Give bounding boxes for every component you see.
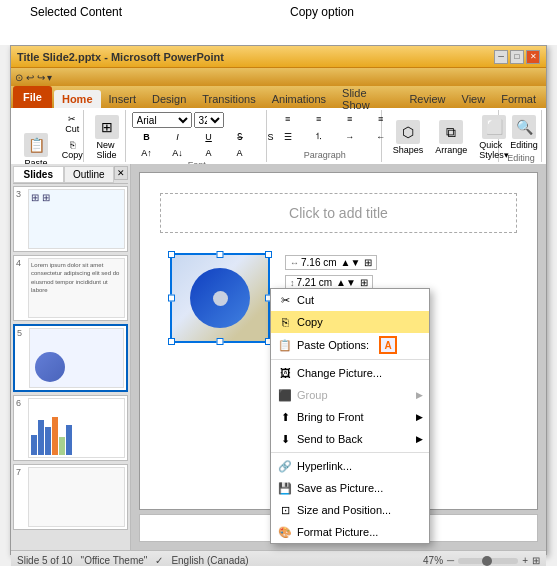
send-back-icon: ⬇ <box>277 431 293 447</box>
slide-preview-7 <box>28 467 125 527</box>
tab-insert[interactable]: Insert <box>101 90 145 108</box>
font-size-down-button[interactable]: A↓ <box>163 146 193 160</box>
ctx-send-to-back[interactable]: ⬇ Send to Back ▶ <box>271 428 429 450</box>
zoom-slider[interactable] <box>458 558 518 564</box>
handle-bottom-left[interactable] <box>168 338 175 345</box>
slide-thumbnail-6[interactable]: 6 <box>13 395 128 461</box>
selected-object[interactable] <box>170 253 270 343</box>
ctx-hyperlink-label: Hyperlink... <box>297 460 352 472</box>
panel-close-button[interactable]: ✕ <box>114 166 128 180</box>
size-position-icon: ⊡ <box>277 502 293 518</box>
clear-format-button[interactable]: A <box>194 146 224 160</box>
zoom-minus-button[interactable]: ─ <box>447 555 454 566</box>
ctx-format-picture[interactable]: 🎨 Format Picture... <box>271 521 429 543</box>
arrange-icon: ⧉ <box>439 120 463 144</box>
cut-button[interactable]: ✂ Cut <box>55 112 90 136</box>
minimize-button[interactable]: ─ <box>494 50 508 64</box>
arrange-button[interactable]: ⧉ Arrange <box>430 112 472 163</box>
font-family-select[interactable]: Arial <box>132 112 192 128</box>
tab-transitions[interactable]: Transitions <box>194 90 263 108</box>
format-picture-icon: 🎨 <box>277 524 293 540</box>
spell-check-icon: ✓ <box>155 555 163 566</box>
fit-window-button[interactable]: ⊞ <box>532 555 540 566</box>
slide-thumbnail-4[interactable]: 4 Lorem ipsum dolor sit amet consectetur… <box>13 255 128 321</box>
ctx-hyperlink[interactable]: 🔗 Hyperlink... <box>271 455 429 477</box>
font-size-up-button[interactable]: A↑ <box>132 146 162 160</box>
italic-button[interactable]: I <box>163 130 193 144</box>
tab-home[interactable]: Home <box>54 90 101 108</box>
ctx-paste-options[interactable]: 📋 Paste Options: A <box>271 333 429 357</box>
ctx-copy-label: Copy <box>297 316 323 328</box>
tab-review[interactable]: Review <box>401 90 453 108</box>
annotation-area: Selected Content Copy option <box>0 0 557 45</box>
ribbon-group-slides: ⊞ NewSlide Slides <box>86 110 126 162</box>
selected-content-annotation: Selected Content <box>30 5 122 19</box>
title-placeholder[interactable]: Click to add title <box>160 193 517 233</box>
increase-indent-button[interactable]: → <box>335 128 365 145</box>
align-left-button[interactable]: ≡ <box>273 112 303 126</box>
tab-format[interactable]: Format <box>493 90 544 108</box>
slide-thumbnail-3[interactable]: 3 ⊞ ⊞ <box>13 186 128 252</box>
ctx-size-position-label: Size and Position... <box>297 504 391 516</box>
align-center-button[interactable]: ≡ <box>304 112 334 126</box>
window-title: Title Slide2.pptx - Microsoft PowerPoint <box>17 51 224 63</box>
height-icon: ↕ <box>290 278 295 288</box>
bullet-list-button[interactable]: ☰ <box>273 128 303 145</box>
slide-thumbnail-5[interactable]: 5 <box>13 324 128 392</box>
ctx-bring-to-front[interactable]: ⬆ Bring to Front ▶ <box>271 406 429 428</box>
zoom-plus-button[interactable]: + <box>522 555 528 566</box>
ribbon-group-clipboard: 📋 Paste ✂ Cut ⎘ Copy 🖌 Format Clipboard <box>15 110 84 162</box>
ribbon-group-editing: 🔍 Editing Editing <box>501 110 542 162</box>
tab-slides[interactable]: Slides <box>13 166 64 183</box>
align-right-button[interactable]: ≡ <box>335 112 365 126</box>
ctx-group[interactable]: ⬛ Group ▶ <box>271 384 429 406</box>
copy-option-annotation: Copy option <box>290 5 354 19</box>
tab-outline[interactable]: Outline <box>64 166 115 183</box>
handle-top-left[interactable] <box>168 251 175 258</box>
paste-preview-box: A <box>379 336 397 354</box>
close-button[interactable]: ✕ <box>526 50 540 64</box>
bring-front-icon: ⬆ <box>277 409 293 425</box>
slide-number-7: 7 <box>16 467 26 527</box>
maximize-button[interactable]: □ <box>510 50 524 64</box>
ctx-change-picture-label: Change Picture... <box>297 367 382 379</box>
slide5-object <box>35 352 65 382</box>
slide-thumbnail-7[interactable]: 7 <box>13 464 128 530</box>
font-size-select[interactable]: 32 <box>194 112 224 128</box>
editing-button[interactable]: 🔍 Editing <box>505 112 543 153</box>
bold-button[interactable]: B <box>132 130 162 144</box>
handle-bottom-center[interactable] <box>217 338 224 345</box>
font-color-button[interactable]: A <box>225 146 255 160</box>
ctx-save-as-picture[interactable]: 💾 Save as Picture... <box>271 477 429 499</box>
shapes-button[interactable]: ⬡ Shapes <box>388 112 429 163</box>
underline-button[interactable]: U <box>194 130 224 144</box>
slide-number-6: 6 <box>16 398 26 458</box>
handle-middle-left[interactable] <box>168 295 175 302</box>
ribbon-tabs: File Home Insert Design Transitions Anim… <box>11 86 546 108</box>
new-slide-button[interactable]: ⊞ NewSlide <box>90 112 124 163</box>
handle-top-center[interactable] <box>217 251 224 258</box>
tab-slideshow[interactable]: Slide Show <box>334 90 401 108</box>
slide-canvas[interactable]: Click to add title <box>139 172 538 510</box>
shapes-icon: ⬡ <box>396 120 420 144</box>
ctx-change-picture[interactable]: 🖼 Change Picture... <box>271 362 429 384</box>
status-right: 47% ─ + ⊞ <box>423 555 540 566</box>
tab-design[interactable]: Design <box>144 90 194 108</box>
zoom-thumb <box>482 556 492 566</box>
ctx-paste-label: Paste Options: <box>297 339 369 351</box>
copy-button[interactable]: ⎘ Copy <box>55 138 90 162</box>
width-dimension-box: ↔ 7.16 cm ▲▼ ⊞ <box>285 255 377 270</box>
ctx-group-label: Group <box>297 389 328 401</box>
slide-panel-tabs: Slides Outline ✕ <box>13 166 128 184</box>
ctx-copy[interactable]: ⎘ Copy <box>271 311 429 333</box>
strikethrough-button[interactable]: S̶ <box>225 130 255 144</box>
handle-top-right[interactable] <box>265 251 272 258</box>
tab-view[interactable]: View <box>454 90 494 108</box>
save-picture-icon: 💾 <box>277 480 293 496</box>
tab-file[interactable]: File <box>13 86 52 108</box>
ctx-cut[interactable]: ✂ Cut <box>271 289 429 311</box>
numbered-list-button[interactable]: ⒈ <box>304 128 334 145</box>
ctx-size-position[interactable]: ⊡ Size and Position... <box>271 499 429 521</box>
bring-front-submenu-arrow: ▶ <box>416 412 423 422</box>
tab-animations[interactable]: Animations <box>264 90 334 108</box>
